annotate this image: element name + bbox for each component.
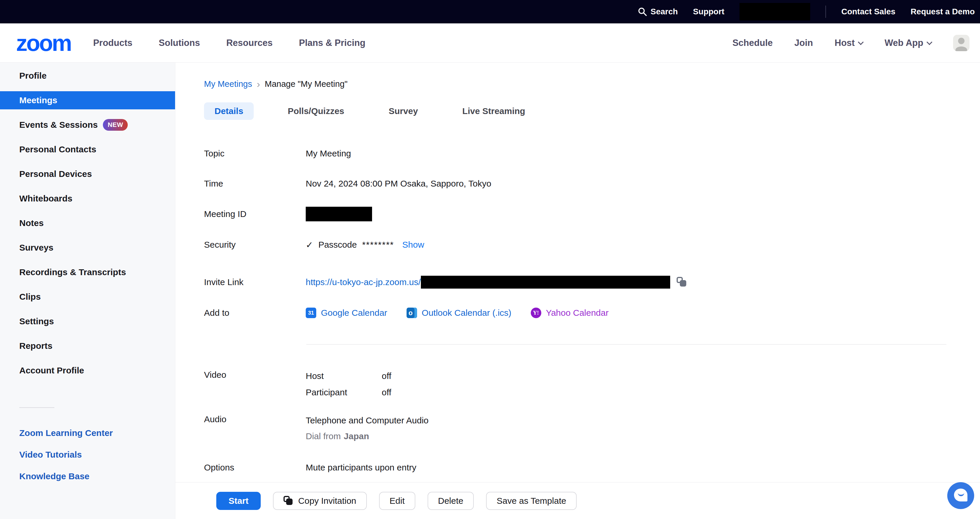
search-icon: [638, 7, 647, 16]
passcode-label: Passcode: [318, 240, 357, 250]
sidebar-item-recordings-transcripts[interactable]: Recordings & Transcripts: [0, 263, 175, 281]
chat-support-button[interactable]: [947, 482, 974, 509]
new-badge: NEW: [103, 119, 128, 131]
options-value: Mute participants upon entry: [306, 463, 417, 473]
sidebar-item-clips[interactable]: Clips: [0, 288, 175, 306]
yahoo-calendar-link[interactable]: Y! Yahoo Calendar: [531, 307, 609, 318]
dial-from-line: Dial from Japan: [306, 430, 428, 443]
sidebar-link-knowledge-base[interactable]: Knowledge Base: [0, 470, 175, 482]
nav-solutions[interactable]: Solutions: [159, 38, 200, 48]
invite-link-label: Invite Link: [204, 277, 306, 287]
contact-sales-link[interactable]: Contact Sales: [841, 7, 895, 16]
start-button[interactable]: Start: [216, 492, 261, 510]
nav-resources[interactable]: Resources: [226, 38, 273, 48]
web-app-menu[interactable]: Web App: [885, 38, 931, 48]
meeting-id-row: Meeting ID: [204, 207, 980, 221]
sidebar-item-reports[interactable]: Reports: [0, 337, 175, 355]
sidebar-item-events-sessions[interactable]: Events & Sessions NEW: [0, 116, 175, 134]
video-row: Video Host off Participant off: [204, 370, 980, 398]
options-label: Options: [204, 463, 306, 473]
sidebar-item-profile[interactable]: Profile: [0, 67, 175, 85]
redacted-invite-url: [421, 276, 670, 288]
sidebar-divider: [19, 407, 54, 408]
redacted-account-text: [740, 3, 810, 21]
sidebar-item-account-profile[interactable]: Account Profile: [0, 361, 175, 379]
google-calendar-icon: 31: [306, 307, 316, 318]
save-as-template-button[interactable]: Save as Template: [486, 492, 577, 510]
tab-bar: Details Polls/Quizzes Survey Live Stream…: [204, 102, 980, 120]
main-navbar: zoom Products Solutions Resources Plans …: [0, 23, 980, 62]
chevron-down-icon: [858, 39, 864, 45]
section-divider: [306, 344, 947, 345]
topbar-divider: [826, 6, 826, 18]
sidebar-item-meetings[interactable]: Meetings: [0, 91, 175, 109]
invite-url-link[interactable]: https://u-tokyo-ac-jp.zoom.us/: [306, 277, 421, 287]
tab-details[interactable]: Details: [204, 102, 254, 120]
sidebar-item-personal-devices[interactable]: Personal Devices: [0, 165, 175, 183]
top-utility-bar: Search Support Contact Sales Request a D…: [0, 0, 980, 23]
audio-label: Audio: [204, 414, 306, 443]
copy-invitation-button[interactable]: Copy Invitation: [273, 492, 366, 510]
sidebar-item-surveys[interactable]: Surveys: [0, 239, 175, 257]
time-value: Nov 24, 2024 08:00 PM Osaka, Sapporo, To…: [306, 179, 491, 189]
breadcrumb-separator-icon: ›: [257, 79, 260, 89]
chevron-down-icon: [926, 39, 932, 45]
zoom-logo[interactable]: zoom: [16, 32, 71, 54]
security-row: Security ✓ Passcode ******** Show: [204, 238, 980, 251]
check-icon: ✓: [306, 240, 313, 250]
search-label: Search: [651, 7, 678, 16]
support-link[interactable]: Support: [693, 7, 724, 16]
topic-row: Topic My Meeting: [204, 148, 980, 159]
sidebar-item-personal-contacts[interactable]: Personal Contacts: [0, 140, 175, 159]
add-to-row: Add to 31 Google Calendar o Outlook Cale…: [204, 306, 980, 319]
google-calendar-link[interactable]: 31 Google Calendar: [306, 307, 387, 318]
sidebar-link-learning-center[interactable]: Zoom Learning Center: [0, 427, 175, 439]
sidebar-link-video-tutorials[interactable]: Video Tutorials: [0, 449, 175, 460]
security-label: Security: [204, 240, 306, 250]
video-host-row: Host off: [306, 370, 391, 382]
time-row: Time Nov 24, 2024 08:00 PM Osaka, Sappor…: [204, 178, 980, 189]
yahoo-calendar-icon: Y!: [531, 307, 541, 318]
sidebar-item-whiteboards[interactable]: Whiteboards: [0, 189, 175, 208]
add-to-label: Add to: [204, 308, 306, 318]
dial-from-country: Japan: [344, 431, 369, 441]
avatar-person-icon: [958, 38, 964, 44]
delete-button[interactable]: Delete: [428, 492, 474, 510]
content-area: My Meetings › Manage "My Meeting" Detail…: [175, 62, 980, 519]
invite-link-row: Invite Link https://u-tokyo-ac-jp.zoom.u…: [204, 275, 980, 289]
topic-label: Topic: [204, 148, 306, 159]
tab-polls-quizzes[interactable]: Polls/Quizzes: [277, 102, 355, 120]
redacted-meeting-id: [306, 207, 372, 221]
show-passcode-link[interactable]: Show: [402, 240, 424, 250]
action-bar: Start Copy Invitation Edit Delete Save a…: [175, 482, 980, 519]
sidebar-item-notes[interactable]: Notes: [0, 214, 175, 232]
edit-button[interactable]: Edit: [379, 492, 415, 510]
breadcrumb-my-meetings[interactable]: My Meetings: [204, 79, 252, 89]
video-participant-row: Participant off: [306, 386, 391, 398]
nav-products[interactable]: Products: [93, 38, 132, 48]
audio-value: Telephone and Computer Audio: [306, 414, 428, 427]
breadcrumb-current: Manage "My Meeting": [265, 79, 347, 89]
request-demo-link[interactable]: Request a Demo: [911, 7, 975, 16]
options-row: Options Mute participants upon entry: [204, 462, 980, 474]
outlook-calendar-icon: o: [407, 307, 417, 318]
passcode-mask: ********: [362, 240, 394, 250]
outlook-calendar-link[interactable]: o Outlook Calendar (.ics): [407, 307, 511, 318]
primary-nav: Products Solutions Resources Plans & Pri…: [93, 38, 366, 48]
meeting-id-label: Meeting ID: [204, 209, 306, 219]
copy-icon: [283, 496, 293, 506]
sidebar: Profile Meetings Events & Sessions NEW P…: [0, 62, 175, 519]
copy-invite-link-icon[interactable]: [677, 277, 687, 287]
time-label: Time: [204, 179, 306, 189]
search-button[interactable]: Search: [638, 7, 678, 16]
tab-live-streaming[interactable]: Live Streaming: [452, 102, 536, 120]
video-label: Video: [204, 370, 306, 398]
user-avatar[interactable]: [953, 35, 969, 51]
sidebar-item-settings[interactable]: Settings: [0, 312, 175, 330]
nav-plans-pricing[interactable]: Plans & Pricing: [299, 38, 365, 48]
join-link[interactable]: Join: [794, 38, 813, 48]
schedule-link[interactable]: Schedule: [732, 38, 773, 48]
tab-survey[interactable]: Survey: [378, 102, 428, 120]
breadcrumb: My Meetings › Manage "My Meeting": [204, 79, 980, 89]
host-menu[interactable]: Host: [835, 38, 863, 48]
